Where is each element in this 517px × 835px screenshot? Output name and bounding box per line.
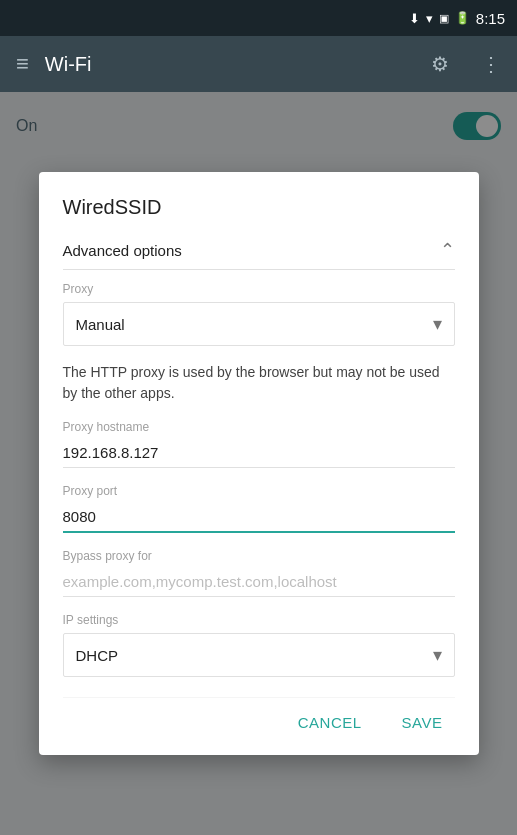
ip-settings-select[interactable]: DHCP ▾ xyxy=(63,633,455,677)
status-icons: ⬇ ▾ ▣ 🔋 8:15 xyxy=(409,10,505,27)
chevron-up-icon: ⌃ xyxy=(440,239,455,261)
proxy-port-input[interactable] xyxy=(63,502,455,533)
proxy-info-text: The HTTP proxy is used by the browser bu… xyxy=(63,362,455,404)
advanced-options-row[interactable]: Advanced options ⌃ xyxy=(63,235,455,270)
proxy-hostname-input[interactable] xyxy=(63,438,455,468)
dialog-actions: CANCEL SAVE xyxy=(63,697,455,755)
sim-icon: ▣ xyxy=(439,12,449,25)
save-button[interactable]: SAVE xyxy=(390,706,455,739)
ip-settings-value: DHCP xyxy=(76,647,119,664)
proxy-hostname-label: Proxy hostname xyxy=(63,420,455,434)
ip-settings-section: IP settings DHCP ▾ xyxy=(63,613,455,677)
settings-icon[interactable]: ⚙ xyxy=(431,52,449,76)
ip-settings-chevron-down-icon: ▾ xyxy=(433,644,442,666)
proxy-chevron-down-icon: ▾ xyxy=(433,313,442,335)
dialog-title: WiredSSID xyxy=(63,196,455,219)
status-time: 8:15 xyxy=(476,10,505,27)
dialog-overlay: WiredSSID Advanced options ⌃ Proxy Manua… xyxy=(0,92,517,835)
status-bar: ⬇ ▾ ▣ 🔋 8:15 xyxy=(0,0,517,36)
more-options-icon[interactable]: ⋮ xyxy=(481,52,501,76)
proxy-label: Proxy xyxy=(63,282,455,296)
battery-icon: 🔋 xyxy=(455,11,470,25)
proxy-select[interactable]: Manual ▾ xyxy=(63,302,455,346)
bypass-proxy-label: Bypass proxy for xyxy=(63,549,455,563)
bypass-proxy-input[interactable] xyxy=(63,567,455,597)
wifi-icon: ▾ xyxy=(426,11,433,26)
menu-icon[interactable]: ≡ xyxy=(16,51,29,77)
proxy-hostname-group: Proxy hostname xyxy=(63,420,455,468)
bg-content: On WiredSSID Advanced options ⌃ Proxy Ma… xyxy=(0,92,517,835)
proxy-port-label: Proxy port xyxy=(63,484,455,498)
nav-title: Wi-Fi xyxy=(45,53,399,76)
bypass-proxy-group: Bypass proxy for xyxy=(63,549,455,597)
top-nav: ≡ Wi-Fi ⚙ ⋮ xyxy=(0,36,517,92)
ip-settings-label: IP settings xyxy=(63,613,455,627)
proxy-port-group: Proxy port xyxy=(63,484,455,533)
proxy-selected-value: Manual xyxy=(76,316,125,333)
cancel-button[interactable]: CANCEL xyxy=(286,706,374,739)
advanced-options-label: Advanced options xyxy=(63,242,182,259)
dialog: WiredSSID Advanced options ⌃ Proxy Manua… xyxy=(39,172,479,755)
download-icon: ⬇ xyxy=(409,11,420,26)
